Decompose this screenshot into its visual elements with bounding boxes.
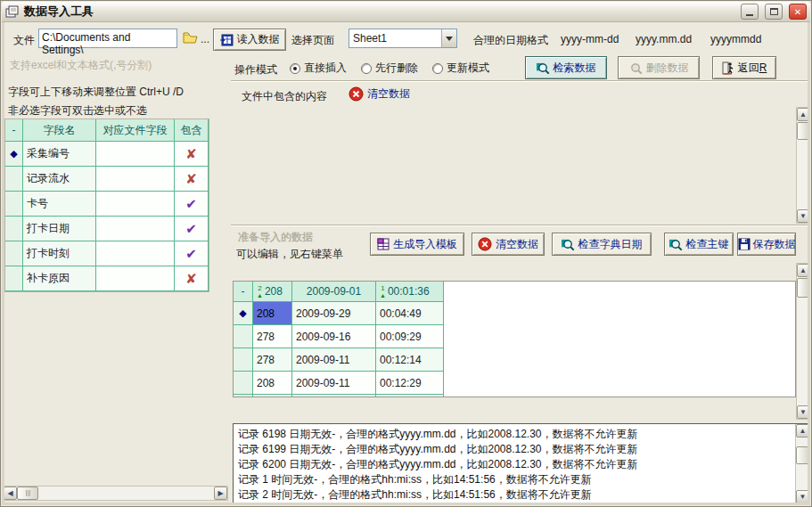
field-table-header-marker[interactable]: -: [5, 119, 23, 142]
field-name-cell[interactable]: 采集编号: [23, 142, 96, 167]
check-primary-key-button[interactable]: 检查主键: [664, 233, 734, 256]
scroll-up-icon[interactable]: ▲: [796, 424, 809, 437]
row-marker: ◆: [234, 302, 253, 325]
sheet-select[interactable]: Sheet1: [349, 29, 457, 48]
file-field-cell[interactable]: [96, 192, 175, 217]
clear-file-data-button[interactable]: 清空数据: [349, 86, 410, 102]
check-primary-key-label: 检查主键: [686, 237, 729, 252]
magnifier-disabled-icon: [629, 61, 643, 75]
field-table-header-field[interactable]: 字段名: [23, 119, 96, 142]
maximize-button[interactable]: [765, 4, 783, 20]
import-grid-vertical-scrollbar[interactable]: ▲ ▼: [796, 263, 810, 420]
file-field-cell[interactable]: [96, 241, 175, 266]
radio-direct-insert[interactable]: 直接插入: [290, 61, 347, 76]
field-name-cell[interactable]: 卡号: [23, 192, 96, 217]
field-name-cell[interactable]: 打卡日期: [23, 217, 96, 241]
save-data-button[interactable]: 保存数据: [737, 233, 796, 256]
cell-card[interactable]: 278: [253, 348, 292, 372]
cell-card[interactable]: 278: [253, 325, 292, 348]
scrollbar-thumb[interactable]: [17, 487, 38, 500]
field-row-dakariqi[interactable]: 打卡日期 ✔: [5, 217, 209, 241]
file-grid-row[interactable]: ◆ 208 2009-09-29 00:04:49: [234, 302, 444, 325]
radio-delete-first[interactable]: 先行删除: [361, 61, 418, 76]
floppy-disk-icon: [738, 238, 750, 250]
field-table-header-include[interactable]: 包含: [175, 119, 209, 142]
field-row-jilu[interactable]: 记录流水 ✘: [5, 167, 209, 192]
cell-card[interactable]: 208: [253, 372, 292, 395]
file-grid-header-col1[interactable]: 2▲ 208: [253, 282, 292, 302]
minimize-button[interactable]: [741, 4, 759, 20]
field-row-bukayuanyin[interactable]: 补卡原因 ✘: [5, 266, 209, 291]
field-table-header-filefield[interactable]: 对应文件字段: [96, 119, 175, 142]
scroll-down-icon[interactable]: ▼: [797, 209, 809, 223]
file-label: 文件: [13, 33, 35, 48]
file-field-cell[interactable]: [96, 167, 175, 192]
scroll-left-icon[interactable]: ◀: [4, 487, 17, 500]
row-marker: [234, 348, 253, 372]
cell-date[interactable]: 2009-09-16: [292, 325, 376, 348]
cell-date[interactable]: 2009-09-11: [292, 348, 376, 372]
row-marker: [5, 217, 23, 241]
file-grid-row[interactable]: 208 2009-09-11 00:12:29: [234, 372, 444, 395]
radio-unselected-icon: [361, 63, 372, 74]
left-horizontal-scrollbar[interactable]: ◀ ▶: [3, 486, 228, 501]
radio-update-mode[interactable]: 更新模式: [432, 61, 489, 76]
titlebar[interactable]: 数据导入工具 ✕: [2, 2, 810, 22]
file-grid-header-marker[interactable]: -: [234, 282, 253, 302]
include-mark[interactable]: ✘: [175, 167, 209, 192]
file-field-cell[interactable]: [96, 217, 175, 241]
cell-card[interactable]: 208: [253, 302, 292, 325]
cell-date[interactable]: 2009-09-29: [292, 302, 376, 325]
app-icon: [5, 5, 20, 19]
file-grid-header-col3[interactable]: 1▲ 00:01:36: [376, 282, 444, 302]
open-folder-icon[interactable]: [183, 31, 199, 45]
file-field-cell[interactable]: [96, 266, 175, 291]
log-text-area[interactable]: 记录 6198 日期无效-，合理的格式yyyy.mm.dd，比如2008.12.…: [234, 424, 795, 503]
include-mark[interactable]: ✔: [175, 217, 209, 241]
file-field-cell[interactable]: [96, 142, 175, 167]
include-mark[interactable]: ✘: [175, 266, 209, 291]
scroll-up-icon[interactable]: ▲: [797, 108, 809, 121]
sheet-select-dropdown-button[interactable]: [441, 29, 456, 47]
scroll-up-icon[interactable]: ▲: [797, 264, 809, 277]
scroll-right-icon[interactable]: ▶: [214, 487, 227, 500]
cell-time[interactable]: 00:04:49: [376, 302, 444, 325]
search-data-button[interactable]: 检索数据: [525, 56, 607, 79]
sheet-select-value: Sheet1: [349, 31, 441, 45]
row-marker: ◆: [5, 142, 23, 167]
field-row-caijibianhao[interactable]: ◆ 采集编号 ✘: [5, 142, 209, 167]
include-mark[interactable]: ✔: [175, 241, 209, 266]
scrollbar-thumb[interactable]: [796, 446, 809, 464]
import-section-subtitle: 可以编辑，见右键菜单: [236, 247, 343, 262]
log-vertical-scrollbar[interactable]: ▲ ▼: [795, 424, 809, 503]
cell-time[interactable]: 00:12:29: [376, 372, 444, 395]
field-name-cell[interactable]: 打卡时刻: [23, 241, 96, 266]
field-name-cell[interactable]: 记录流水: [23, 167, 96, 192]
read-data-button[interactable]: 读入数据: [213, 29, 286, 51]
generate-template-button[interactable]: 生成导入模板: [370, 233, 464, 256]
field-row-dakashike[interactable]: 打卡时刻 ✔: [5, 241, 209, 266]
cell-date[interactable]: 2009-09-11: [292, 372, 376, 395]
check-dict-date-button[interactable]: 检查字典日期: [552, 233, 652, 256]
scrollbar-thumb[interactable]: [797, 122, 809, 140]
close-button[interactable]: ✕: [789, 4, 807, 20]
cell-time[interactable]: 00:09:29: [376, 325, 444, 348]
scrollbar-thumb[interactable]: [797, 278, 809, 298]
cell-time[interactable]: 00:12:14: [376, 348, 444, 372]
file-path-input[interactable]: C:\Documents and Settings\: [38, 29, 177, 48]
include-mark[interactable]: ✘: [175, 142, 209, 167]
browse-dots[interactable]: ...: [201, 33, 209, 45]
radio-unselected-icon: [432, 63, 443, 74]
return-button[interactable]: 返回R: [712, 56, 776, 79]
file-grid-vertical-scrollbar[interactable]: ▲ ▼: [796, 107, 810, 224]
scroll-down-icon[interactable]: ▼: [796, 490, 809, 503]
file-grid-header-col2[interactable]: 2009-09-01: [292, 282, 376, 302]
file-grid-row[interactable]: 278 2009-09-16 00:09:29: [234, 325, 444, 348]
magnifier-icon: [562, 238, 575, 251]
field-row-kahao[interactable]: 卡号 ✔: [5, 192, 209, 217]
include-mark[interactable]: ✔: [175, 192, 209, 217]
clear-import-data-button[interactable]: 清空数据: [472, 233, 545, 256]
file-grid-row[interactable]: 278 2009-09-11 00:12:14: [234, 348, 444, 372]
scroll-down-icon[interactable]: ▼: [797, 405, 809, 419]
field-name-cell[interactable]: 补卡原因: [23, 266, 96, 291]
